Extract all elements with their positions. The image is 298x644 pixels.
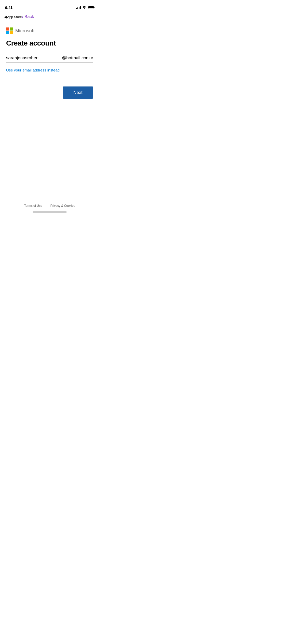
app-store-text: App Store (7, 15, 22, 19)
back-button[interactable]: ‹ Back (22, 14, 34, 20)
ms-logo-green (10, 27, 13, 31)
battery-icon (88, 6, 94, 9)
status-time: 9:41 (5, 5, 12, 10)
app-store-label: ◀ (4, 15, 7, 19)
footer: Terms of Use Privacy & Cookies (0, 204, 99, 210)
domain-chevron-icon: ∨ (91, 56, 93, 60)
back-label: Back (24, 14, 34, 19)
terms-link[interactable]: Terms of Use (24, 204, 42, 208)
button-row: Next (6, 86, 93, 99)
status-icons (76, 5, 94, 9)
domain-selector[interactable]: @hotmail.com ∨ (61, 54, 93, 63)
next-button[interactable]: Next (63, 86, 93, 99)
status-bar: 9:41 (0, 0, 99, 11)
main-content: Microsoft Create account @hotmail.com ∨ … (0, 22, 99, 99)
domain-text: @hotmail.com (62, 55, 90, 61)
home-indicator (33, 211, 67, 213)
ms-logo-grid (6, 27, 13, 34)
back-chevron-icon: ‹ (22, 14, 23, 20)
privacy-link[interactable]: Privacy & Cookies (50, 204, 75, 208)
ms-logo-red (6, 27, 9, 31)
nav-bar: ◀ App Store ‹ Back (0, 11, 99, 22)
ms-logo-blue (6, 31, 9, 34)
ms-logo-text: Microsoft (15, 28, 35, 34)
username-input[interactable] (6, 54, 61, 63)
email-form-row: @hotmail.com ∨ (6, 54, 93, 63)
wifi-icon (82, 5, 86, 9)
page-title: Create account (6, 39, 93, 47)
microsoft-logo: Microsoft (6, 27, 93, 34)
use-email-link[interactable]: Use your email address instead (6, 68, 60, 72)
signal-icon (76, 6, 81, 9)
ms-logo-yellow (10, 31, 13, 34)
